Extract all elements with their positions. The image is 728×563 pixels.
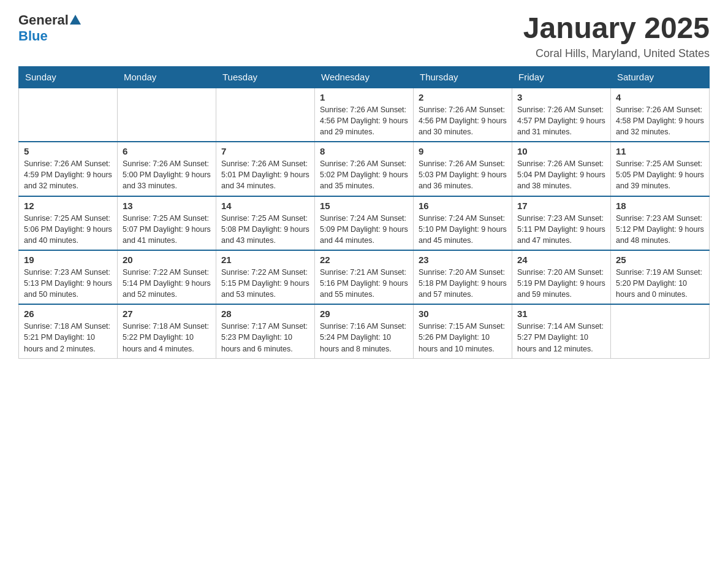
day-of-week-header: Monday (118, 66, 216, 88)
logo-general-text: General (18, 12, 69, 28)
day-number: 6 (123, 146, 211, 156)
calendar-cell: 2Sunrise: 7:26 AM Sunset: 4:56 PM Daylig… (414, 88, 512, 142)
day-info: Sunrise: 7:19 AM Sunset: 5:20 PM Dayligh… (616, 267, 704, 300)
day-info: Sunrise: 7:18 AM Sunset: 5:22 PM Dayligh… (123, 321, 211, 354)
day-number: 25 (616, 255, 704, 265)
day-of-week-header: Friday (512, 66, 611, 88)
calendar-cell: 26Sunrise: 7:18 AM Sunset: 5:21 PM Dayli… (19, 304, 118, 358)
day-info: Sunrise: 7:20 AM Sunset: 5:18 PM Dayligh… (419, 267, 507, 300)
day-number: 14 (221, 201, 309, 211)
day-info: Sunrise: 7:23 AM Sunset: 5:13 PM Dayligh… (24, 267, 112, 300)
day-info: Sunrise: 7:15 AM Sunset: 5:26 PM Dayligh… (419, 321, 507, 354)
calendar-cell: 15Sunrise: 7:24 AM Sunset: 5:09 PM Dayli… (315, 196, 414, 250)
page-header: General Blue January 2025 Coral Hills, M… (18, 12, 710, 60)
day-number: 28 (221, 308, 309, 319)
day-number: 7 (221, 146, 309, 156)
calendar-cell: 17Sunrise: 7:23 AM Sunset: 5:11 PM Dayli… (512, 196, 611, 250)
calendar-week-row: 12Sunrise: 7:25 AM Sunset: 5:06 PM Dayli… (19, 196, 710, 250)
calendar-cell: 31Sunrise: 7:14 AM Sunset: 5:27 PM Dayli… (512, 304, 611, 358)
day-number: 20 (123, 255, 211, 265)
day-number: 11 (616, 146, 704, 156)
day-number: 27 (123, 308, 211, 319)
day-info: Sunrise: 7:17 AM Sunset: 5:23 PM Dayligh… (221, 321, 309, 354)
day-info: Sunrise: 7:26 AM Sunset: 5:01 PM Dayligh… (221, 158, 309, 191)
day-number: 4 (616, 92, 704, 102)
day-number: 23 (419, 255, 507, 265)
calendar-cell (19, 88, 118, 142)
calendar-table: SundayMondayTuesdayWednesdayThursdayFrid… (18, 66, 710, 359)
calendar-week-row: 26Sunrise: 7:18 AM Sunset: 5:21 PM Dayli… (19, 304, 710, 358)
logo: General Blue (18, 12, 82, 44)
calendar-cell: 4Sunrise: 7:26 AM Sunset: 4:58 PM Daylig… (611, 88, 710, 142)
day-number: 18 (616, 201, 704, 211)
day-info: Sunrise: 7:25 AM Sunset: 5:06 PM Dayligh… (24, 213, 112, 246)
day-info: Sunrise: 7:22 AM Sunset: 5:14 PM Dayligh… (123, 267, 211, 300)
day-info: Sunrise: 7:20 AM Sunset: 5:19 PM Dayligh… (517, 267, 605, 300)
calendar-cell: 21Sunrise: 7:22 AM Sunset: 5:15 PM Dayli… (216, 250, 315, 304)
calendar-week-row: 19Sunrise: 7:23 AM Sunset: 5:13 PM Dayli… (19, 250, 710, 304)
location-text: Coral Hills, Maryland, United States (523, 47, 710, 60)
day-of-week-header: Tuesday (216, 66, 315, 88)
day-number: 15 (320, 201, 408, 211)
calendar-cell: 19Sunrise: 7:23 AM Sunset: 5:13 PM Dayli… (19, 250, 118, 304)
day-info: Sunrise: 7:21 AM Sunset: 5:16 PM Dayligh… (320, 267, 408, 300)
day-info: Sunrise: 7:26 AM Sunset: 5:02 PM Dayligh… (320, 158, 408, 191)
calendar-cell: 14Sunrise: 7:25 AM Sunset: 5:08 PM Dayli… (216, 196, 315, 250)
days-of-week-row: SundayMondayTuesdayWednesdayThursdayFrid… (19, 66, 710, 88)
calendar-cell: 23Sunrise: 7:20 AM Sunset: 5:18 PM Dayli… (414, 250, 512, 304)
day-of-week-header: Saturday (611, 66, 710, 88)
day-number: 19 (24, 255, 112, 265)
day-info: Sunrise: 7:14 AM Sunset: 5:27 PM Dayligh… (517, 321, 605, 354)
calendar-week-row: 1Sunrise: 7:26 AM Sunset: 4:56 PM Daylig… (19, 88, 710, 142)
day-info: Sunrise: 7:18 AM Sunset: 5:21 PM Dayligh… (24, 321, 112, 354)
day-info: Sunrise: 7:23 AM Sunset: 5:11 PM Dayligh… (517, 213, 605, 246)
day-info: Sunrise: 7:26 AM Sunset: 5:03 PM Dayligh… (419, 158, 507, 191)
day-info: Sunrise: 7:26 AM Sunset: 4:57 PM Dayligh… (517, 104, 605, 137)
day-info: Sunrise: 7:26 AM Sunset: 4:56 PM Dayligh… (419, 104, 507, 137)
day-number: 16 (419, 201, 507, 211)
calendar-cell: 3Sunrise: 7:26 AM Sunset: 4:57 PM Daylig… (512, 88, 611, 142)
calendar-cell: 13Sunrise: 7:25 AM Sunset: 5:07 PM Dayli… (118, 196, 216, 250)
calendar-cell: 10Sunrise: 7:26 AM Sunset: 5:04 PM Dayli… (512, 142, 611, 196)
calendar-cell: 9Sunrise: 7:26 AM Sunset: 5:03 PM Daylig… (414, 142, 512, 196)
day-info: Sunrise: 7:26 AM Sunset: 4:56 PM Dayligh… (320, 104, 408, 137)
day-number: 3 (517, 92, 605, 102)
logo-blue-text: Blue (18, 28, 48, 44)
calendar-cell: 8Sunrise: 7:26 AM Sunset: 5:02 PM Daylig… (315, 142, 414, 196)
logo-icon (69, 13, 82, 27)
day-number: 9 (419, 146, 507, 156)
day-info: Sunrise: 7:25 AM Sunset: 5:07 PM Dayligh… (123, 213, 211, 246)
day-info: Sunrise: 7:24 AM Sunset: 5:10 PM Dayligh… (419, 213, 507, 246)
day-info: Sunrise: 7:26 AM Sunset: 4:59 PM Dayligh… (24, 158, 112, 191)
calendar-cell (611, 304, 710, 358)
day-number: 12 (24, 201, 112, 211)
calendar-cell: 12Sunrise: 7:25 AM Sunset: 5:06 PM Dayli… (19, 196, 118, 250)
day-of-week-header: Thursday (414, 66, 512, 88)
month-title: January 2025 (523, 12, 710, 45)
day-of-week-header: Sunday (19, 66, 118, 88)
svg-marker-0 (70, 15, 81, 25)
day-info: Sunrise: 7:26 AM Sunset: 5:04 PM Dayligh… (517, 158, 605, 191)
calendar-cell: 7Sunrise: 7:26 AM Sunset: 5:01 PM Daylig… (216, 142, 315, 196)
calendar-cell: 27Sunrise: 7:18 AM Sunset: 5:22 PM Dayli… (118, 304, 216, 358)
day-info: Sunrise: 7:25 AM Sunset: 5:08 PM Dayligh… (221, 213, 309, 246)
day-number: 24 (517, 255, 605, 265)
calendar-cell: 11Sunrise: 7:25 AM Sunset: 5:05 PM Dayli… (611, 142, 710, 196)
day-info: Sunrise: 7:22 AM Sunset: 5:15 PM Dayligh… (221, 267, 309, 300)
calendar-cell: 28Sunrise: 7:17 AM Sunset: 5:23 PM Dayli… (216, 304, 315, 358)
day-of-week-header: Wednesday (315, 66, 414, 88)
day-number: 5 (24, 146, 112, 156)
day-info: Sunrise: 7:25 AM Sunset: 5:05 PM Dayligh… (616, 158, 704, 191)
day-info: Sunrise: 7:24 AM Sunset: 5:09 PM Dayligh… (320, 213, 408, 246)
calendar-cell: 30Sunrise: 7:15 AM Sunset: 5:26 PM Dayli… (414, 304, 512, 358)
calendar-week-row: 5Sunrise: 7:26 AM Sunset: 4:59 PM Daylig… (19, 142, 710, 196)
calendar-cell: 24Sunrise: 7:20 AM Sunset: 5:19 PM Dayli… (512, 250, 611, 304)
day-number: 26 (24, 308, 112, 319)
day-number: 10 (517, 146, 605, 156)
day-number: 29 (320, 308, 408, 319)
day-info: Sunrise: 7:26 AM Sunset: 5:00 PM Dayligh… (123, 158, 211, 191)
calendar-cell: 20Sunrise: 7:22 AM Sunset: 5:14 PM Dayli… (118, 250, 216, 304)
calendar-cell: 22Sunrise: 7:21 AM Sunset: 5:16 PM Dayli… (315, 250, 414, 304)
day-number: 30 (419, 308, 507, 319)
title-area: January 2025 Coral Hills, Maryland, Unit… (523, 12, 710, 60)
